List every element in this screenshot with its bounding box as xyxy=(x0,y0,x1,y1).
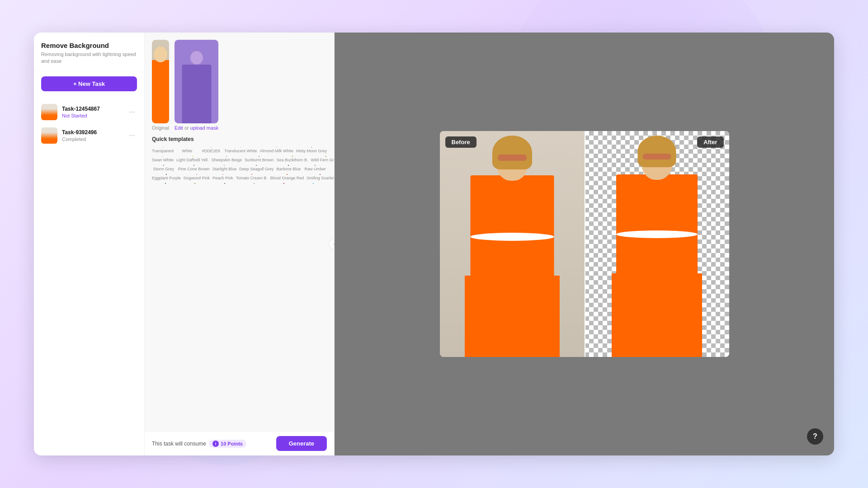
divider-line xyxy=(585,131,585,357)
middle-panel: Original Edit or upload mask ‹ Qui xyxy=(145,33,335,455)
swatch-col: Blood Orange Red xyxy=(270,174,304,180)
swatch-sky-blue[interactable] xyxy=(313,183,314,184)
swatch-sheepskin-beige[interactable] xyxy=(226,156,227,157)
swatch-red[interactable] xyxy=(283,183,284,184)
swatch-label: Transparent xyxy=(152,149,174,153)
swatch-misty-moon-grey[interactable] xyxy=(311,147,312,148)
swatch-col: Misty Moon Grey xyxy=(296,147,327,153)
swatch-wild-fern-green[interactable] xyxy=(326,156,326,157)
masked-image-column: Edit or upload mask xyxy=(175,40,218,131)
swatch-storm-grey[interactable] xyxy=(163,165,164,166)
swatch-almond-milk-white[interactable] xyxy=(276,147,277,148)
masked-image xyxy=(175,40,218,123)
task-status: Completed xyxy=(62,136,123,142)
swatch-label: Blood Orange Red xyxy=(270,176,304,180)
task-item[interactable]: Task-9392496 Completed ··· xyxy=(34,124,144,147)
task-list: Task-12454867 Not Started ··· Task-93924… xyxy=(34,97,144,455)
swatch-forest-green[interactable] xyxy=(224,183,225,184)
swatch-row-5 xyxy=(152,183,327,185)
swatch-starlight-blue[interactable] xyxy=(224,165,225,166)
swatch-row-4: Eggplant Purple Dogwood Pink Peach Pink … xyxy=(152,174,327,180)
swatch-label: White xyxy=(182,149,192,153)
swatch-blood-orange-red[interactable] xyxy=(287,174,288,175)
swatch-col: Storm Grey xyxy=(152,165,175,171)
task-more-button[interactable]: ··· xyxy=(127,107,137,117)
masked-image-box xyxy=(175,40,218,123)
generate-button[interactable]: Generate xyxy=(276,436,327,451)
swatch-eggplant-purple[interactable] xyxy=(166,174,167,175)
swatch-teal-green[interactable] xyxy=(165,183,166,184)
upload-mask-link[interactable]: upload mask xyxy=(190,125,218,131)
swatch-col: Pine Cone Brown xyxy=(178,165,210,171)
swatch-col: Almond Milk White xyxy=(259,147,293,153)
swatch-translucent-white[interactable] xyxy=(240,147,241,148)
figure-decoration xyxy=(152,47,169,123)
swatch-col: Swan White xyxy=(152,156,174,162)
new-task-button[interactable]: + New Task xyxy=(41,76,137,91)
panel-header: Remove Background Removing background wi… xyxy=(34,33,144,71)
task-more-button[interactable]: ··· xyxy=(127,131,137,141)
swatch-col: Dogwood Pink xyxy=(184,174,210,180)
swatch-col: Tomato Cream B. xyxy=(236,174,268,180)
edit-link[interactable]: Edit xyxy=(175,125,183,131)
swatch-label: Misty Moon Grey xyxy=(296,149,327,153)
swatch-sage[interactable] xyxy=(254,183,255,184)
swatch-peach-pink[interactable] xyxy=(222,174,223,175)
sunglasses-after xyxy=(643,154,671,160)
before-label: Before xyxy=(445,136,476,148)
swatch-col: Sheepskin Beige xyxy=(211,156,242,162)
templates-section: Quick templates Transparent White Edit xyxy=(145,134,334,431)
swatch-dde1e8[interactable]: Edit xyxy=(211,147,212,148)
swatch-label: Sunburnt Brown xyxy=(245,158,274,162)
figure-mask-decoration xyxy=(179,51,215,123)
swatch-label: Translucent White xyxy=(224,149,257,153)
swatch-col xyxy=(152,183,179,185)
before-photo xyxy=(440,131,585,357)
image-preview-area: Original Edit or upload mask xyxy=(145,33,334,134)
swatch-transparent[interactable] xyxy=(162,147,163,148)
consume-text: This task will consume xyxy=(152,441,206,447)
sunglasses-decoration xyxy=(498,155,527,161)
points-info: This task will consume i 10 Points xyxy=(152,440,246,448)
after-side: After xyxy=(585,131,729,357)
swatch-label: Almond Milk White xyxy=(259,149,293,153)
swatch-col: Wild Fern Green xyxy=(311,156,335,162)
swatch-label: #DDE1E8 xyxy=(202,149,220,153)
swatch-light-daffodil-yellow[interactable] xyxy=(192,156,193,157)
swatch-sunburnt-brown[interactable] xyxy=(259,156,259,157)
task-item[interactable]: Task-12454867 Not Started ··· xyxy=(34,100,144,124)
swatch-raw-umber[interactable] xyxy=(315,165,316,166)
wavy-trim-after xyxy=(616,230,698,238)
swatch-swan-white[interactable] xyxy=(162,156,163,157)
swatch-white[interactable] xyxy=(187,147,188,148)
points-badge: i 10 Points xyxy=(209,440,246,448)
swatch-olive[interactable] xyxy=(194,183,195,184)
swatch-col: Raw Umber xyxy=(303,165,327,171)
swatch-label: Sea Buckthorn B. xyxy=(277,158,308,162)
help-button[interactable]: ? xyxy=(807,428,823,445)
swatch-label: Deep Seagull Grey xyxy=(239,167,274,171)
swatch-sea-buckthorn[interactable] xyxy=(292,156,293,157)
swatch-label: Sheepskin Beige xyxy=(211,158,242,162)
after-label: After xyxy=(697,136,723,148)
swatch-dogwood-pink[interactable] xyxy=(196,174,197,175)
color-grid-row-1: Transparent White Edit #DDE1E8 T xyxy=(152,147,327,153)
swatch-col: Sea Buckthorn B. xyxy=(277,156,308,162)
swatch-label: Baritone Blue xyxy=(276,167,301,171)
swatch-deep-seagull-grey[interactable] xyxy=(256,165,257,166)
swatch-col: Transparent xyxy=(152,147,174,153)
swatch-col: Starlight Blue xyxy=(212,165,237,171)
task-id: Task-9392496 xyxy=(62,129,123,136)
swatch-tomato-cream[interactable] xyxy=(251,174,252,175)
task-thumbnail xyxy=(41,104,57,120)
points-value: 10 Points xyxy=(221,441,243,446)
swatch-col xyxy=(182,183,209,185)
swatch-smiling-scarlet[interactable] xyxy=(320,174,321,175)
original-label: Original xyxy=(152,125,169,131)
before-side: Before xyxy=(440,131,585,357)
swatch-col: Eggplant Purple xyxy=(152,174,181,180)
swatch-col: Deep Seagull Grey xyxy=(239,165,274,171)
swatch-pine-cone-brown[interactable] xyxy=(193,165,194,166)
swatch-baritone-blue[interactable] xyxy=(288,165,289,166)
right-preview-panel: Before xyxy=(335,33,834,455)
